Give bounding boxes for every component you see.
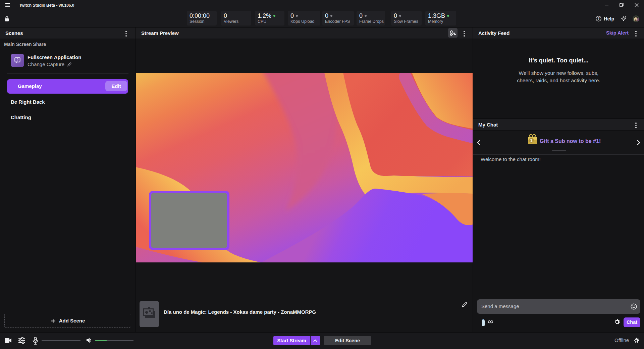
- svg-text:1: 1: [530, 138, 532, 143]
- svg-text:?: ?: [16, 58, 18, 62]
- svg-text:?: ?: [597, 17, 599, 20]
